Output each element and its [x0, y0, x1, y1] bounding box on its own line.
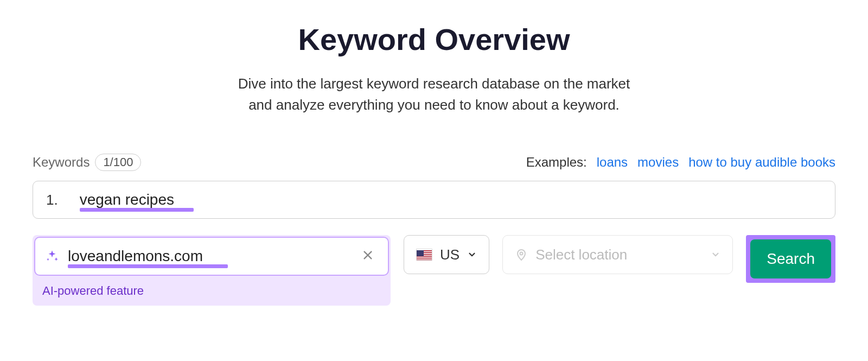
domain-input[interactable]	[68, 248, 349, 265]
examples-label: Examples:	[526, 155, 587, 170]
keyword-number: 1.	[46, 192, 58, 208]
chevron-down-icon	[711, 250, 720, 259]
keywords-label-group: Keywords 1/100	[33, 154, 141, 171]
svg-rect-7	[417, 258, 432, 259]
keyword-input[interactable]	[80, 191, 676, 208]
location-select[interactable]: Select location	[502, 235, 733, 274]
country-select[interactable]: US	[404, 235, 489, 274]
svg-rect-9	[417, 250, 424, 256]
controls-row: AI-powered feature US Select location Se	[33, 235, 835, 306]
example-link-audible[interactable]: how to buy audible books	[688, 155, 835, 170]
us-flag-icon	[416, 249, 432, 261]
domain-block: AI-powered feature	[33, 235, 391, 306]
keywords-count-pill: 1/100	[95, 154, 141, 171]
svg-point-10	[520, 252, 523, 255]
highlight-underline	[68, 264, 228, 268]
keyword-input-row[interactable]: 1.	[33, 181, 835, 219]
country-label: US	[440, 246, 459, 263]
close-icon	[362, 249, 374, 261]
svg-rect-6	[417, 257, 432, 258]
example-link-movies[interactable]: movies	[637, 155, 679, 170]
labels-row: Keywords 1/100 Examples: loans movies ho…	[33, 154, 835, 171]
page-title: Keyword Overview	[33, 22, 835, 57]
keyword-text-wrap	[80, 191, 676, 208]
domain-input-box[interactable]	[34, 237, 389, 276]
highlight-underline	[80, 208, 194, 212]
subtitle-line-1: Dive into the largest keyword research d…	[238, 75, 630, 92]
location-placeholder: Select location	[535, 246, 703, 263]
chevron-down-icon	[467, 250, 477, 259]
keywords-label: Keywords	[33, 155, 90, 170]
clear-domain-button[interactable]	[358, 245, 378, 267]
search-button-highlight: Search	[746, 235, 835, 283]
ai-feature-label: AI-powered feature	[33, 277, 391, 306]
subtitle-line-2: and analyze everything you need to know …	[248, 97, 620, 113]
example-link-loans[interactable]: loans	[597, 155, 628, 170]
page-subtitle: Dive into the largest keyword research d…	[33, 73, 835, 116]
sparkle-icon	[45, 249, 59, 263]
location-pin-icon	[515, 248, 528, 261]
examples-group: Examples: loans movies how to buy audibl…	[526, 155, 835, 170]
search-button[interactable]: Search	[750, 239, 831, 278]
domain-text-wrap	[68, 248, 349, 265]
